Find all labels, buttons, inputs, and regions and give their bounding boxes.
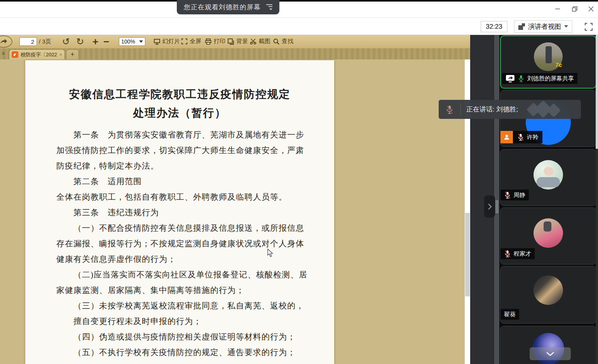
document-title-line1: 安徽信息工程学院教职工违反疫情防控规定 xyxy=(25,85,334,104)
document-line: 加强疫情防控工作的要求，切实保障广大师生生命健康安全，严肃 xyxy=(56,143,309,158)
close-icon xyxy=(588,6,594,12)
document-line: 家健康监测、居家隔离、集中隔离等措施的行为； xyxy=(56,282,309,298)
chevron-down-icon xyxy=(139,40,143,43)
document-tab-bar: × 校防疫字〔2022〕... × + xyxy=(0,49,470,59)
slideshow-label: 幻灯片 xyxy=(162,38,180,45)
document-line: （二)应当落实而不落实向社区及单位报备登记、核酸检测、居 xyxy=(56,267,309,282)
search-icon xyxy=(273,38,280,45)
collapse-panel-button[interactable] xyxy=(484,195,495,218)
pdf-toolbar: / 3页 ↺ ↻ + − 100% 幻灯片 全屏 打印 xyxy=(0,35,470,49)
mic-muted-icon xyxy=(504,250,511,258)
minimize-button[interactable] xyxy=(553,4,563,14)
watching-screen-pill[interactable]: 您正在观看刘德胜的屏幕 xyxy=(177,0,279,14)
tab-title: 校防疫字〔2022〕... xyxy=(21,51,57,58)
participant-name: 许羚 xyxy=(527,134,539,141)
tab-close-icon[interactable]: × xyxy=(59,52,62,57)
participant-tile-zhoujing[interactable]: 周静 xyxy=(500,149,596,206)
participant-label-bar: 翟葵 xyxy=(500,309,519,320)
participant-name: 翟葵 xyxy=(504,311,516,318)
close-button[interactable] xyxy=(586,4,596,14)
fullscreen-button[interactable] xyxy=(583,21,595,33)
document-title: 安徽信息工程学院教职工违反疫情防控规定 处理办法（暂行） xyxy=(25,60,334,122)
mic-muted-icon xyxy=(439,105,460,114)
document-tab[interactable]: 校防疫字〔2022〕... × xyxy=(9,49,65,59)
title-bar: 您正在观看刘德胜的屏幕 xyxy=(0,0,598,18)
sidebar-scrollbar-thumb[interactable] xyxy=(596,35,598,149)
speaker-view-button[interactable]: 演讲者视图 xyxy=(514,20,572,33)
page-total-label: / 3页 xyxy=(39,38,51,45)
mic-muted-icon xyxy=(517,133,524,141)
document-canvas: 安徽信息工程学院教职工违反疫情防控规定 处理办法（暂行） 第一条 为贯彻落实安徽… xyxy=(0,59,465,364)
print-button[interactable]: 打印 xyxy=(205,38,225,45)
speaker-view-label: 演讲者视图 xyxy=(528,22,561,31)
new-tab-button[interactable]: + xyxy=(66,49,79,59)
hamburger-menu-icon[interactable] xyxy=(266,4,272,10)
slideshow-icon xyxy=(153,38,160,45)
watermark-logo-icon xyxy=(526,102,561,117)
scissors-icon xyxy=(250,38,257,45)
pdf-app-logo-icon xyxy=(12,51,18,58)
avatar: 7c xyxy=(534,42,563,71)
speaking-notification: 正在讲话: 刘德胜; xyxy=(439,100,581,119)
printer-icon xyxy=(205,38,212,45)
restore-icon xyxy=(572,6,578,12)
expand-icon xyxy=(181,38,188,45)
avatar xyxy=(533,160,563,190)
avatar-logo-text: 7c xyxy=(555,61,562,68)
participant-name: 周静 xyxy=(514,192,525,199)
document-line: 擅自变更行程未及时申报的行为； xyxy=(56,313,309,329)
layout-icon xyxy=(518,23,525,30)
scroll-down-button[interactable] xyxy=(530,347,571,360)
rotate-right-button[interactable]: ↻ xyxy=(76,36,84,47)
app-window: 您正在观看刘德胜的屏幕 32:23 演讲者视图 xyxy=(0,0,598,364)
zoom-in-button[interactable]: + xyxy=(92,35,98,48)
meeting-timer: 32:23 xyxy=(481,21,507,32)
document-line: 全体在岗教职工，包括自有教职工、外聘教师及临聘人员等。 xyxy=(56,189,309,205)
mic-muted-icon xyxy=(504,191,511,199)
screenshot-button[interactable]: 截图 xyxy=(250,38,270,45)
sidebar-scrollbar[interactable] xyxy=(596,35,598,364)
participant-tile-zhaikui[interactable]: 翟葵 xyxy=(500,266,596,324)
participant-name: 程家才 xyxy=(514,250,531,258)
document-line: （一）不配合疫情防控有关信息摸排及信息报送，或所报信息 xyxy=(56,220,309,236)
arrow-icon xyxy=(0,38,7,45)
participant-name: 刘德胜的屏幕共享 xyxy=(527,75,574,82)
document-line: （五）不执行学校有关疫情防控的规定、通告要求的行为； xyxy=(56,345,309,360)
document-line: 第二条 适用范围 xyxy=(56,174,309,189)
zoom-out-button[interactable]: − xyxy=(103,35,109,48)
background-label: 背景 xyxy=(236,38,248,45)
document-line: 第三条 违纪违规行为 xyxy=(56,205,309,220)
mic-on-icon xyxy=(518,75,525,82)
participant-tile-chengjiacai[interactable]: 程家才 xyxy=(500,207,596,265)
fullscreen-icon xyxy=(584,23,593,31)
mouse-cursor xyxy=(267,249,274,258)
hand-tool-button[interactable] xyxy=(0,35,12,48)
rotate-left-button[interactable]: ↺ xyxy=(62,36,70,47)
member-badge-icon xyxy=(500,131,513,143)
panel-drag-handle[interactable] xyxy=(496,200,498,213)
restore-button[interactable] xyxy=(570,4,580,14)
print-label: 打印 xyxy=(214,38,225,45)
document-line: 防疫纪律，特制定本办法。 xyxy=(56,158,309,174)
slideshow-button[interactable]: 幻灯片 xyxy=(153,38,180,45)
participant-label-bar: 刘德胜的屏幕共享 xyxy=(502,73,577,84)
document-scrollbar-thumb[interactable] xyxy=(465,213,470,296)
zoom-level-select[interactable]: 100% xyxy=(119,37,145,46)
participant-label-bar: 程家才 xyxy=(500,248,535,259)
layers-icon xyxy=(227,38,234,45)
speaking-text: 正在讲话: 刘德胜; xyxy=(466,105,518,114)
document-page: 安徽信息工程学院教职工违反疫情防控规定 处理办法（暂行） 第一条 为贯彻落实安徽… xyxy=(25,60,334,364)
participant-tile-liudesheng-share[interactable]: 7c 刘德胜的屏幕共享 xyxy=(500,35,596,89)
document-title-line2: 处理办法（暂行） xyxy=(25,104,334,122)
document-fullscreen-button[interactable]: 全屏 xyxy=(181,38,201,45)
tabbar-close-icon[interactable]: × xyxy=(2,50,5,57)
chevron-down-icon xyxy=(564,25,568,28)
participants-sidebar: 7c 刘德胜的屏幕共享 许羚 周静 xyxy=(499,35,598,364)
participant-tile-partial[interactable] xyxy=(500,326,596,364)
zoom-level-value: 100% xyxy=(121,38,135,45)
avatar xyxy=(533,275,563,305)
find-button[interactable]: 查找 xyxy=(273,38,293,45)
chevron-right-icon xyxy=(487,203,492,210)
background-button[interactable]: 背景 xyxy=(227,38,248,45)
page-number-input[interactable] xyxy=(19,37,37,46)
